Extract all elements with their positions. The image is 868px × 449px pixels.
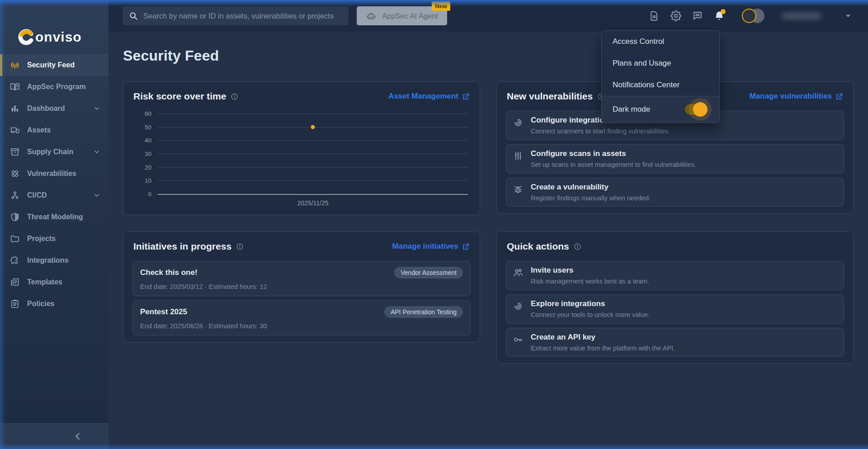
chat-icon[interactable] <box>692 10 703 21</box>
search-icon <box>129 11 138 20</box>
menu-item-plans-and-usage[interactable]: Plans and Usage <box>602 52 719 74</box>
sidebar-item-label: Templates <box>27 278 100 286</box>
item-title: Explore integrations <box>531 299 650 309</box>
radar-icon <box>513 117 524 128</box>
initiative-meta: End date: 2025/06/28 · Estimated hours: … <box>140 322 463 330</box>
chevron-down-icon <box>93 148 100 156</box>
risk-score-card: Risk score over time Asset Management 60… <box>123 81 480 215</box>
copy-document-icon <box>10 277 20 287</box>
y-tick-label: 20 <box>133 164 151 170</box>
card-title: Quick actions <box>507 241 569 252</box>
initiative-badge: API Penetration Testing <box>384 306 463 318</box>
quick-action-explore-integrations[interactable]: Explore integrations Connect your tools … <box>506 294 844 324</box>
item-title: Create an API key <box>531 332 675 343</box>
y-tick-label: 60 <box>133 110 151 117</box>
initiatives-card: Initiatives in progress Manage initiativ… <box>123 232 480 342</box>
external-link-icon <box>835 93 843 100</box>
sidebar-item-label: Dashboard <box>27 104 86 113</box>
sidebar-item-templates[interactable]: Templates <box>0 271 108 293</box>
sidebar-item-appsec-program[interactable]: AppSec Program <box>0 76 108 98</box>
card-title: Initiatives in progress <box>133 241 231 252</box>
bell-icon[interactable] <box>714 10 725 21</box>
clipboard-icon <box>10 299 20 309</box>
vuln-item-configure-scans[interactable]: Configure scans in assets Set up scans i… <box>506 144 844 174</box>
topbar-actions <box>649 9 852 23</box>
collapse-sidebar-button[interactable] <box>0 423 108 449</box>
quick-action-invite-users[interactable]: Invite users Risk management works best … <box>506 261 844 290</box>
chevron-down-icon <box>93 105 100 112</box>
global-search[interactable] <box>123 6 349 25</box>
search-input[interactable] <box>143 12 342 20</box>
vuln-item-create-vulnerability[interactable]: Create a vulnerability Register findings… <box>506 178 844 207</box>
sidebar-item-dashboard[interactable]: Dashboard <box>0 98 108 119</box>
sidebar-item-label: Projects <box>27 235 100 243</box>
dark-mode-label: Dark mode <box>613 105 650 114</box>
grid-line <box>158 180 468 181</box>
y-tick-label: 50 <box>133 123 151 130</box>
main-content: Security Feed Risk score over time Asset… <box>108 32 868 449</box>
sidebar-item-label: Assets <box>27 126 100 134</box>
grid-line <box>158 154 468 154</box>
sidebar: onviso Security Feed AppSec Program <box>0 0 108 449</box>
radar-icon <box>513 301 524 312</box>
initiative-item[interactable]: Pentest 2025 API Penetration Testing End… <box>132 300 471 336</box>
grid-line <box>158 113 468 114</box>
sidebar-item-label: Vulnerabilities <box>27 170 100 178</box>
devices-icon <box>10 125 20 135</box>
folder-icon <box>10 234 20 244</box>
sidebar-item-cicd[interactable]: CI/CD <box>0 184 108 206</box>
initiative-meta: End date: 2025/03/12 · Estimated hours: … <box>140 283 463 290</box>
appsec-ai-agent-button[interactable]: AppSec AI Agent New <box>357 6 447 25</box>
logo-text: onviso <box>35 29 82 45</box>
sidebar-item-vulnerabilities[interactable]: Vulnerabilities <box>0 163 108 184</box>
manage-vulnerabilities-link[interactable]: Manage vulnerabilities <box>750 92 843 101</box>
info-icon[interactable] <box>574 243 581 250</box>
chevron-left-icon <box>72 431 83 442</box>
item-title: Configure scans in assets <box>531 149 696 159</box>
document-icon[interactable] <box>649 10 660 21</box>
sidebar-item-projects[interactable]: Projects <box>0 228 108 250</box>
sidebar-item-integrations[interactable]: Integrations <box>0 250 108 271</box>
menu-item-access-control[interactable]: Access Control <box>602 31 719 52</box>
bug-icon <box>513 184 524 195</box>
sidebar-item-label: CI/CD <box>27 191 86 199</box>
sidebar-item-threat-modeling[interactable]: Threat Modeling <box>0 206 108 228</box>
topbar: AppSec AI Agent New <box>108 0 868 32</box>
initiative-title: Pentest 2025 <box>140 307 187 317</box>
item-desc: Register findings manually when needed. <box>531 194 651 203</box>
info-icon[interactable] <box>236 243 244 250</box>
link-label: Manage vulnerabilities <box>750 92 832 101</box>
grid-line <box>158 194 468 195</box>
menu-item-notifications-center[interactable]: Notifications Center <box>602 74 719 96</box>
sidebar-item-supply-chain[interactable]: Supply Chain <box>0 141 108 163</box>
sidebar-item-security-feed[interactable]: Security Feed <box>0 54 108 76</box>
conviso-logo: onviso <box>0 0 108 54</box>
menu-item-dark-mode[interactable]: Dark mode <box>602 96 719 123</box>
initiative-item[interactable]: Check this one! Vendor Assessment End da… <box>132 261 471 296</box>
sidebar-item-assets[interactable]: Assets <box>0 119 108 141</box>
data-point <box>311 125 315 129</box>
sidebar-item-policies[interactable]: Policies <box>0 293 108 315</box>
notification-dot <box>721 9 726 14</box>
ai-agent-label: AppSec AI Agent <box>382 12 438 20</box>
user-name-redacted <box>782 13 821 19</box>
link-label: Asset Management <box>388 92 458 101</box>
book-icon <box>10 82 20 92</box>
quick-action-create-api-key[interactable]: Create an API key Extract more value fro… <box>506 328 844 357</box>
gear-icon[interactable] <box>670 10 681 21</box>
shield-icon <box>10 212 20 222</box>
caret-down-icon[interactable] <box>844 12 852 20</box>
item-desc: Connect your tools to unlock more value. <box>531 311 650 319</box>
quick-actions-card: Quick actions Invite users Risk man <box>496 232 854 364</box>
item-title: Create a vulnerability <box>531 182 651 193</box>
item-desc: Connect scanners to start finding vulner… <box>531 127 670 136</box>
archive-box-icon <box>10 147 20 157</box>
dark-mode-toggle[interactable] <box>685 104 706 115</box>
info-icon[interactable] <box>231 93 238 100</box>
card-title: Risk score over time <box>133 91 226 102</box>
manage-initiatives-link[interactable]: Manage initiatives <box>392 242 470 251</box>
initiative-badge: Vendor Assessment <box>394 267 463 279</box>
avatar[interactable] <box>742 9 764 23</box>
puzzle-icon <box>10 255 20 265</box>
asset-management-link[interactable]: Asset Management <box>388 92 470 101</box>
